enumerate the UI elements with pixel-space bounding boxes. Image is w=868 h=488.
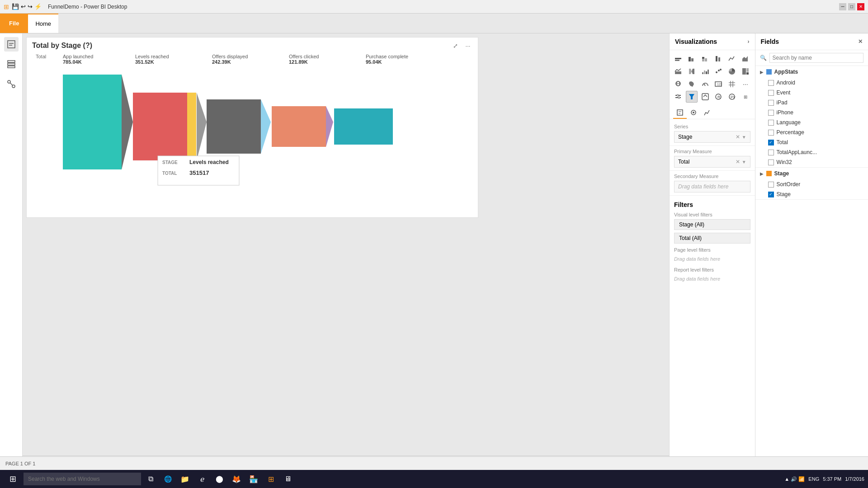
total-checkbox[interactable]: ✓ — [768, 140, 774, 145]
field-stage[interactable]: ✓ Stage — [755, 189, 868, 199]
ribbon-icon[interactable] — [686, 66, 698, 77]
language-checkbox[interactable] — [768, 120, 774, 126]
win32-checkbox[interactable] — [768, 160, 774, 165]
field-win32[interactable]: Win32 — [755, 157, 868, 167]
taskbar-search-input[interactable] — [24, 473, 141, 485]
android-checkbox[interactable] — [768, 80, 774, 86]
firefox-icon[interactable]: 🦊 — [229, 471, 244, 487]
stacked-col-icon[interactable] — [712, 53, 724, 65]
map-icon[interactable] — [672, 78, 684, 90]
ipad-checkbox[interactable] — [768, 100, 774, 106]
total-filter-pill[interactable]: Total (All) — [674, 233, 750, 244]
visual-container[interactable]: Total by Stage (?) ⤢ ··· Total App launc… — [26, 37, 478, 218]
line-stacked-icon[interactable] — [672, 66, 684, 77]
bar-offers-clicked[interactable] — [272, 106, 326, 147]
iphone-checkbox[interactable] — [768, 110, 774, 116]
viz-fields-tab[interactable] — [673, 107, 687, 119]
field-iphone[interactable]: iPhone — [755, 108, 868, 117]
time-label: 5:37 PM — [823, 476, 841, 482]
funnel-icon[interactable] — [686, 91, 698, 103]
store-icon[interactable]: 🏪 — [246, 471, 261, 487]
appstats-group-header[interactable]: ▶ AppStats — [755, 66, 868, 78]
bar-levels-reached[interactable] — [133, 93, 187, 160]
card-icon[interactable]: 123 — [712, 78, 724, 90]
field-total[interactable]: ✓ Total — [755, 137, 868, 147]
series-chevron-icon[interactable]: ▼ — [742, 135, 746, 140]
filled-map-icon[interactable] — [686, 78, 698, 90]
expand-button[interactable]: ⤢ — [451, 41, 460, 50]
task-view-icon[interactable]: ⧉ — [143, 471, 158, 487]
gauge-icon[interactable] — [699, 78, 711, 90]
primary-measure-input[interactable]: Total ✕ ▼ — [674, 156, 750, 168]
sortorder-checkbox[interactable] — [768, 182, 774, 188]
powerbi-taskbar-icon[interactable]: ⊞ — [263, 471, 278, 487]
window-controls: ─ □ ✕ — [839, 3, 864, 10]
minimize-button[interactable]: ─ — [839, 3, 846, 10]
treemap-icon[interactable] — [740, 66, 751, 77]
stage-offers-disp-name: Offers displayed — [212, 54, 289, 59]
redo-icon[interactable]: ↪ — [28, 3, 33, 10]
fields-search-input[interactable] — [769, 53, 863, 63]
stage-checkbox[interactable]: ✓ — [768, 192, 774, 197]
maximize-button[interactable]: □ — [848, 3, 855, 10]
field-totalapplaunc[interactable]: TotalAppLaunc... — [755, 147, 868, 157]
tab-home[interactable]: Home — [28, 14, 58, 33]
pie-icon[interactable] — [726, 66, 738, 77]
percentage-checkbox[interactable] — [768, 130, 774, 136]
scatter-icon[interactable] — [712, 66, 724, 77]
save-icon[interactable]: 💾 — [12, 3, 19, 10]
bar-purchase-complete[interactable] — [334, 108, 393, 145]
bar-offers-displayed[interactable] — [207, 99, 261, 154]
primary-chevron-icon[interactable]: ▼ — [742, 160, 746, 164]
stacked-bar2-icon[interactable] — [699, 53, 711, 65]
relationships-icon[interactable] — [4, 77, 19, 91]
custom-icon-3[interactable] — [699, 91, 711, 103]
series-remove-icon[interactable]: ✕ — [736, 134, 740, 140]
ie-icon[interactable]: ℯ — [194, 471, 210, 487]
bar-app-launched[interactable] — [63, 75, 122, 169]
custom-icon-4[interactable]: R — [712, 91, 724, 103]
stage-purchase-col: Purchase complete 95.04K — [366, 54, 438, 70]
slicer-icon[interactable] — [672, 91, 684, 103]
line-chart-icon[interactable] — [726, 53, 738, 65]
field-android[interactable]: Android — [755, 78, 868, 88]
event-checkbox[interactable] — [768, 90, 774, 96]
matrix-icon[interactable] — [726, 78, 738, 90]
viz-panel-chevron[interactable]: › — [748, 38, 750, 45]
stage-filter-pill[interactable]: Stage (All) — [674, 219, 750, 230]
data-icon[interactable] — [4, 57, 19, 71]
stage-app-name: App launched — [63, 54, 135, 59]
stacked-bar-icon[interactable] — [672, 53, 684, 65]
start-button[interactable]: ⊞ — [4, 471, 22, 487]
more-visuals-icon[interactable]: ··· — [740, 78, 751, 90]
field-language[interactable]: Language — [755, 117, 868, 127]
app-icon-2[interactable]: 🖥 — [280, 471, 296, 487]
titlebar-left: ⊞ 💾 ↩ ↪ ⚡ FunnelDemo - Power BI Desktop — [4, 3, 127, 10]
viz-analytics-tab[interactable] — [700, 107, 714, 119]
primary-remove-icon[interactable]: ✕ — [736, 159, 740, 165]
chrome-icon[interactable]: ⬤ — [212, 471, 227, 487]
explorer-icon[interactable]: 📁 — [177, 471, 193, 487]
waterfall-icon[interactable] — [699, 66, 711, 77]
report-icon[interactable] — [4, 37, 19, 52]
svg-rect-21 — [716, 56, 717, 61]
tab-file[interactable]: File — [0, 14, 28, 33]
custom-icon-5[interactable]: Py — [726, 91, 738, 103]
secondary-measure-input[interactable]: Drag data fields here — [674, 181, 750, 192]
viz-format-tab[interactable] — [687, 107, 700, 119]
clustered-bar-icon[interactable] — [686, 53, 698, 65]
totalapplaunc-checkbox[interactable] — [768, 150, 774, 155]
area-chart-icon[interactable] — [740, 53, 751, 65]
field-sortorder[interactable]: SortOrder — [755, 179, 868, 189]
field-percentage[interactable]: Percentage — [755, 127, 868, 137]
edge-icon[interactable]: 🌐 — [160, 471, 175, 487]
fields-panel-chevron[interactable]: ✕ — [858, 38, 863, 45]
field-ipad[interactable]: iPad — [755, 98, 868, 108]
more-options-button[interactable]: ··· — [463, 41, 472, 50]
custom-icon-6[interactable]: ⊞ — [740, 91, 751, 103]
undo-icon[interactable]: ↩ — [21, 3, 26, 10]
stage-group-header[interactable]: ▶ Stage — [755, 168, 868, 179]
close-button[interactable]: ✕ — [857, 3, 864, 10]
series-input[interactable]: Stage ✕ ▼ — [674, 131, 750, 143]
field-event[interactable]: Event — [755, 88, 868, 98]
